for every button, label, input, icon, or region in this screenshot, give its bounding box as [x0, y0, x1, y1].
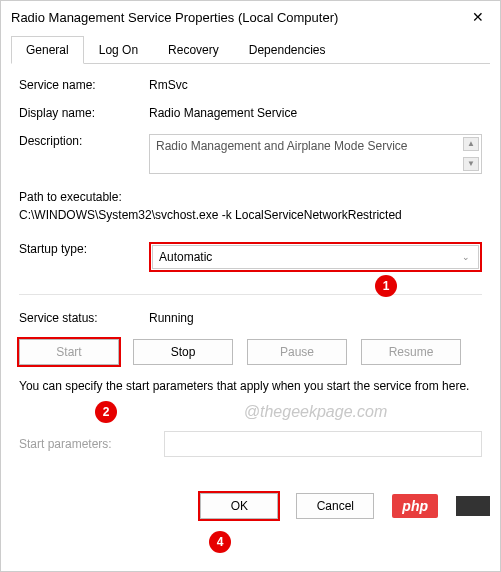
php-badge: php	[392, 494, 438, 518]
tab-recovery[interactable]: Recovery	[153, 36, 234, 64]
tab-dependencies[interactable]: Dependencies	[234, 36, 341, 64]
pause-button[interactable]: Pause	[247, 339, 347, 365]
startup-type-select[interactable]: Automatic	[152, 245, 479, 269]
stop-button[interactable]: Stop	[133, 339, 233, 365]
description-label: Description:	[19, 134, 149, 148]
display-name-label: Display name:	[19, 106, 149, 120]
tab-content: Service name: RmSvc Display name: Radio …	[1, 64, 500, 493]
window-title: Radio Management Service Properties (Loc…	[11, 10, 338, 25]
dialog-footer: OK Cancel php	[1, 493, 500, 529]
tab-general[interactable]: General	[11, 36, 84, 64]
start-params-label: Start parameters:	[19, 437, 164, 451]
service-name-value: RmSvc	[149, 78, 482, 92]
start-button[interactable]: Start	[19, 339, 119, 365]
resume-button[interactable]: Resume	[361, 339, 461, 365]
service-buttons: Start Stop Pause Resume	[19, 339, 482, 365]
service-status-label: Service status:	[19, 311, 149, 325]
watermark: @thegeekpage.com	[149, 403, 482, 421]
close-icon[interactable]: ✕	[466, 9, 490, 25]
service-name-label: Service name:	[19, 78, 149, 92]
startup-type-label: Startup type:	[19, 242, 149, 256]
annotation-badge-4: 4	[209, 531, 231, 553]
start-params-input	[164, 431, 482, 457]
php-tail	[456, 496, 490, 516]
hint-text: You can specify the start parameters tha…	[19, 377, 482, 395]
display-name-value: Radio Management Service	[149, 106, 482, 120]
title-bar: Radio Management Service Properties (Loc…	[1, 1, 500, 31]
divider	[19, 294, 482, 295]
path-block: Path to executable: C:\WINDOWS\System32\…	[19, 188, 482, 224]
path-value: C:\WINDOWS\System32\svchost.exe -k Local…	[19, 206, 482, 224]
scroll-down-icon[interactable]: ▼	[463, 157, 479, 171]
description-box: Radio Management and Airplane Mode Servi…	[149, 134, 482, 174]
tab-strip: General Log On Recovery Dependencies	[11, 35, 490, 64]
cancel-button[interactable]: Cancel	[296, 493, 374, 519]
scroll-up-icon[interactable]: ▲	[463, 137, 479, 151]
annotation-badge-1: 1	[375, 275, 397, 297]
annotation-badge-2: 2	[95, 401, 117, 423]
tab-logon[interactable]: Log On	[84, 36, 153, 64]
service-status-value: Running	[149, 311, 482, 325]
startup-type-wrap: Automatic ⌄	[149, 242, 482, 272]
path-label: Path to executable:	[19, 188, 482, 206]
ok-button[interactable]: OK	[200, 493, 278, 519]
description-text: Radio Management and Airplane Mode Servi…	[156, 139, 407, 153]
